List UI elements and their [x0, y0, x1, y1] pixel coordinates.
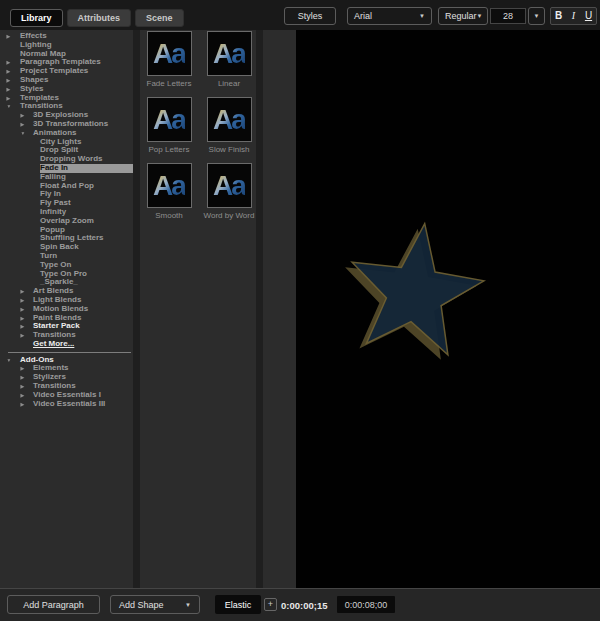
preset-preview-image: Aa	[147, 31, 192, 76]
tree-item-video-essentials-iii[interactable]: ▶Video Essentials III	[0, 400, 139, 409]
preset-thumbnail-smooth[interactable]: AaSmooth	[143, 163, 195, 220]
underline-button[interactable]: U	[581, 8, 596, 24]
aa-sample-glyph: Aa	[213, 170, 245, 202]
chevron-down-icon: ▼	[477, 13, 483, 19]
current-timecode: 0:00:00;15	[281, 600, 327, 611]
chevron-down-icon: ▼	[185, 602, 191, 608]
expand-arrow-icon[interactable]: ▶	[20, 297, 24, 304]
font-weight-dropdown[interactable]: Regular ▼	[438, 7, 488, 25]
chevron-down-icon: ▼	[534, 13, 540, 19]
font-weight-value: Regular	[445, 11, 477, 21]
tree-item-label: Video Essentials III	[33, 400, 139, 409]
preset-name-label: Elastic	[225, 600, 252, 610]
bottom-toolbar: Add Paragraph Add Shape ▼ Elastic + 0:00…	[0, 588, 600, 621]
font-size-input[interactable]: 28	[490, 8, 526, 24]
preset-thumbnail-fade-letters[interactable]: AaFade Letters	[143, 31, 195, 88]
preset-thumbnail-label: Word by Word	[204, 211, 255, 220]
aa-sample-glyph: Aa	[213, 38, 245, 70]
bold-button[interactable]: B	[551, 8, 566, 24]
thumbnail-scrollbar[interactable]	[256, 30, 263, 588]
italic-button[interactable]: I	[566, 8, 581, 24]
add-shape-label: Add Shape	[119, 600, 164, 610]
tab-attributes[interactable]: Attributes	[67, 9, 132, 27]
preset-thumbnail-word-by-word[interactable]: AaWord by Word	[203, 163, 255, 220]
expand-arrow-icon[interactable]: ▶	[6, 59, 10, 66]
plus-icon[interactable]: +	[264, 598, 277, 611]
tree-item-add-ons[interactable]: ▼Add-Ons	[0, 356, 139, 365]
star-graphic	[296, 30, 600, 588]
collapse-arrow-icon[interactable]: ▼	[21, 130, 26, 137]
preset-thumbnail-pop-letters[interactable]: AaPop Letters	[143, 97, 195, 154]
preset-preview-image: Aa	[207, 97, 252, 142]
preset-thumbnail-slow-finish[interactable]: AaSlow Finish	[203, 97, 255, 154]
top-toolbar: LibraryAttributesScene Styles Arial ▼ Re…	[0, 0, 600, 30]
tree-item-float-and-pop[interactable]: Float And Pop	[0, 182, 139, 191]
duration-timecode-value: 0:00:08;00	[345, 600, 388, 610]
expand-arrow-icon[interactable]: ▶	[20, 401, 24, 408]
expand-arrow-icon[interactable]: ▶	[20, 383, 24, 390]
add-paragraph-label: Add Paragraph	[23, 600, 84, 610]
preview-viewport[interactable]	[296, 30, 600, 588]
panel-tabs: LibraryAttributesScene	[10, 9, 184, 27]
expand-arrow-icon[interactable]: ▶	[6, 94, 10, 101]
collapse-arrow-icon[interactable]: ▼	[7, 103, 12, 110]
tree-item-elements[interactable]: ▶Elements	[0, 364, 139, 373]
tab-library[interactable]: Library	[10, 9, 63, 27]
chevron-down-icon: ▼	[419, 13, 425, 19]
collapse-arrow-icon[interactable]: ▼	[7, 357, 12, 364]
preset-thumbnail-label: Fade Letters	[147, 79, 192, 88]
expand-arrow-icon[interactable]: ▶	[6, 68, 10, 75]
font-family-value: Arial	[354, 11, 372, 21]
library-panel: ▶EffectsLightingNormal Map▶Paragraph Tem…	[0, 30, 296, 588]
title-studio-window: LibraryAttributesScene Styles Arial ▼ Re…	[0, 0, 600, 621]
expand-arrow-icon[interactable]: ▶	[20, 365, 24, 372]
expand-arrow-icon[interactable]: ▶	[20, 323, 24, 330]
tree-item-label: Get More...	[33, 340, 139, 349]
expand-arrow-icon[interactable]: ▶	[20, 374, 24, 381]
preset-preview-image: Aa	[207, 163, 252, 208]
aa-sample-glyph: Aa	[153, 38, 185, 70]
expand-arrow-icon[interactable]: ▶	[20, 392, 24, 399]
preset-thumbnail-grid: AaFade LettersAaLinearAaPop LettersAaSlo…	[143, 31, 255, 220]
preset-name-button[interactable]: Elastic	[215, 595, 261, 614]
expand-arrow-icon[interactable]: ▶	[6, 86, 10, 93]
expand-arrow-icon[interactable]: ▶	[20, 288, 24, 295]
expand-arrow-icon[interactable]: ▶	[20, 121, 24, 128]
styles-button[interactable]: Styles	[284, 7, 336, 25]
tree-item-fly-past[interactable]: Fly Past	[0, 199, 139, 208]
tree-item-overlap-zoom[interactable]: Overlap Zoom	[0, 217, 139, 226]
expand-arrow-icon[interactable]: ▶	[6, 33, 10, 40]
font-family-dropdown[interactable]: Arial ▼	[347, 7, 432, 25]
library-tree: ▶EffectsLightingNormal Map▶Paragraph Tem…	[0, 32, 139, 408]
tree-item-fade-in[interactable]: Fade In	[0, 164, 139, 173]
aa-sample-glyph: Aa	[213, 104, 245, 136]
expand-arrow-icon[interactable]: ▶	[20, 332, 24, 339]
expand-arrow-icon[interactable]: ▶	[20, 112, 24, 119]
expand-arrow-icon[interactable]: ▶	[6, 77, 10, 84]
preset-preview-image: Aa	[207, 31, 252, 76]
preset-preview-image: Aa	[147, 97, 192, 142]
duration-timecode-input[interactable]: 0:00:08;00	[337, 596, 395, 613]
tab-scene[interactable]: Scene	[135, 9, 184, 27]
preset-thumbnail-label: Linear	[218, 79, 240, 88]
font-size-dropdown-button[interactable]: ▼	[528, 7, 545, 25]
font-size-value: 28	[503, 11, 513, 21]
preset-preview-image: Aa	[147, 163, 192, 208]
add-shape-dropdown-button[interactable]: Add Shape ▼	[110, 595, 200, 614]
preset-thumbnail-linear[interactable]: AaLinear	[203, 31, 255, 88]
expand-arrow-icon[interactable]: ▶	[20, 306, 24, 313]
tree-scrollbar[interactable]	[133, 30, 140, 588]
preset-thumbnail-label: Slow Finish	[209, 145, 250, 154]
styles-button-label: Styles	[298, 11, 323, 21]
preset-thumbnail-label: Pop Letters	[149, 145, 190, 154]
aa-sample-glyph: Aa	[153, 170, 185, 202]
preset-thumbnail-label: Smooth	[155, 211, 183, 220]
tree-item-dropping-words[interactable]: Dropping Words	[0, 155, 139, 164]
text-style-group: B I U	[550, 7, 597, 25]
aa-sample-glyph: Aa	[153, 104, 185, 136]
add-paragraph-button[interactable]: Add Paragraph	[7, 595, 100, 614]
expand-arrow-icon[interactable]: ▶	[20, 314, 24, 321]
tree-item-get-more[interactable]: Get More...	[0, 340, 139, 349]
tree-item-spin-back[interactable]: Spin Back	[0, 243, 139, 252]
